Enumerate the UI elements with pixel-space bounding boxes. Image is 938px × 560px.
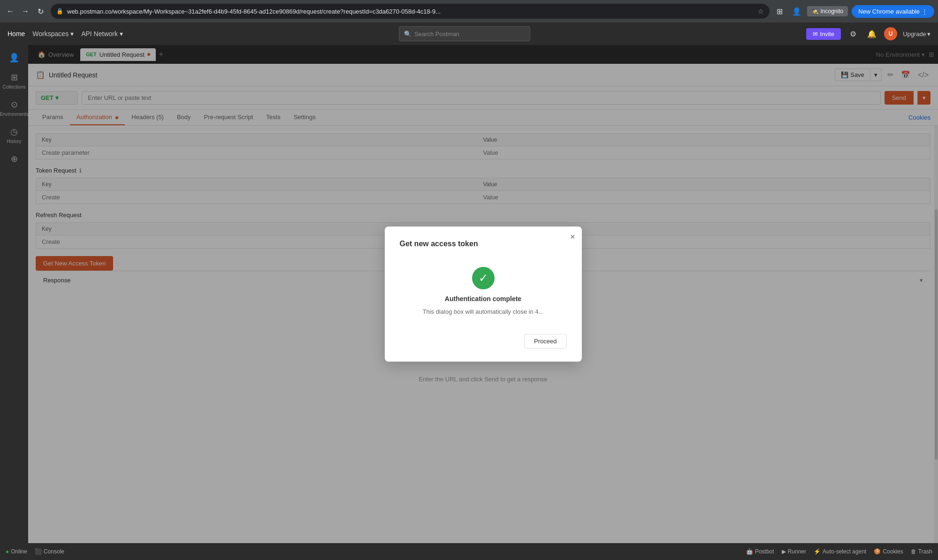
- modal-title: Get new access token: [400, 240, 567, 248]
- upgrade-button[interactable]: Upgrade ▾: [903, 30, 930, 38]
- proceed-button[interactable]: Proceed: [524, 334, 566, 348]
- settings-button[interactable]: ⚙: [846, 27, 860, 40]
- online-status[interactable]: ● Online: [6, 548, 27, 555]
- sidebar-item-more[interactable]: ⊕: [2, 150, 26, 168]
- search-icon: 🔍: [404, 30, 412, 38]
- person-icon: 👤: [9, 53, 19, 63]
- auto-select-button[interactable]: ⚡ Auto-select agent: [814, 548, 866, 555]
- browser-actions: ⊞ 👤 🕵 Incognito New Chrome available ⋮: [773, 5, 934, 18]
- back-button[interactable]: ←: [4, 5, 17, 18]
- main-area: 👤 ⊞ Collections ⊙ Environments ◷ History…: [0, 45, 938, 543]
- trash-icon: 🗑: [911, 548, 916, 555]
- incognito-icon: 🕵: [812, 8, 819, 15]
- sidebar-item-person[interactable]: 👤: [2, 49, 26, 67]
- url-text: web.postman.co/workspace/My-Workspace~31…: [67, 8, 754, 15]
- auto-select-icon: ⚡: [814, 548, 821, 555]
- lock-icon: 🔒: [56, 8, 63, 15]
- modal-dialog: × Get new access token ✓ Authentication …: [385, 227, 582, 362]
- new-chrome-button[interactable]: New Chrome available ⋮: [852, 5, 934, 18]
- star-icon[interactable]: ☆: [758, 8, 764, 15]
- bell-button[interactable]: 🔔: [865, 27, 878, 40]
- console-button[interactable]: ⬛ Console: [35, 548, 64, 555]
- bottom-right: 🤖 Postbot ▶ Runner ⚡ Auto-select agent 🍪…: [746, 548, 932, 555]
- sidebar-item-history[interactable]: ◷ History: [2, 123, 26, 148]
- postbot-button[interactable]: 🤖 Postbot: [746, 548, 774, 555]
- request-editor: 📋 Untitled Request 💾 Save ▾ ✏ 📅 </>: [28, 64, 938, 543]
- reload-button[interactable]: ↻: [34, 5, 47, 18]
- modal-actions: Proceed: [400, 334, 567, 348]
- address-bar[interactable]: 🔒 web.postman.co/workspace/My-Workspace~…: [51, 4, 770, 19]
- extension-icon[interactable]: ⊞: [773, 5, 786, 18]
- app: Home Workspaces ▾ API Network ▾ 🔍 Search…: [0, 23, 938, 560]
- forward-button[interactable]: →: [19, 5, 32, 18]
- incognito-badge: 🕵 Incognito: [807, 6, 848, 16]
- online-icon: ●: [6, 548, 9, 555]
- chevron-down-icon: ⋮: [922, 8, 928, 15]
- sidebar-item-collections[interactable]: ⊞ Collections: [2, 68, 26, 94]
- nav-right: ✉ Invite ⚙ 🔔 U Upgrade ▾: [806, 27, 930, 40]
- console-icon: ⬛: [35, 548, 42, 555]
- search-area: 🔍 Search Postman: [130, 26, 799, 41]
- avatar[interactable]: U: [884, 27, 897, 40]
- chevron-down-icon: ▾: [70, 30, 74, 38]
- success-icon: ✓: [472, 267, 495, 289]
- top-nav: Home Workspaces ▾ API Network ▾ 🔍 Search…: [0, 23, 938, 45]
- runner-icon: ▶: [782, 548, 786, 555]
- modal-overlay: × Get new access token ✓ Authentication …: [28, 64, 938, 543]
- more-icon: ⊕: [11, 154, 18, 164]
- runner-button[interactable]: ▶ Runner: [782, 548, 806, 555]
- modal-content: ✓ Authentication complete This dialog bo…: [400, 259, 567, 323]
- modal-success-message: This dialog box will automatically close…: [423, 308, 544, 315]
- search-bar[interactable]: 🔍 Search Postman: [399, 26, 530, 41]
- collections-icon: ⊞: [11, 72, 18, 83]
- invite-button[interactable]: ✉ Invite: [806, 28, 841, 40]
- browser-nav-buttons: ← → ↻: [4, 5, 47, 18]
- cookies-icon: 🍪: [874, 548, 881, 555]
- modal-close-button[interactable]: ×: [570, 232, 575, 242]
- cookies-button[interactable]: 🍪 Cookies: [874, 548, 903, 555]
- history-icon: ◷: [10, 127, 18, 137]
- trash-button[interactable]: 🗑 Trash: [911, 548, 932, 555]
- sidebar: 👤 ⊞ Collections ⊙ Environments ◷ History…: [0, 45, 28, 543]
- api-network-menu[interactable]: API Network ▾: [81, 30, 123, 38]
- workspaces-menu[interactable]: Workspaces ▾: [32, 30, 74, 38]
- environments-icon: ⊙: [11, 99, 18, 110]
- chevron-down-icon: ▾: [927, 30, 930, 38]
- postbot-icon: 🤖: [746, 548, 753, 555]
- content-area: 🏠 Overview GET Untitled Request + No Env…: [28, 45, 938, 543]
- invite-icon: ✉: [813, 30, 818, 38]
- browser-chrome: ← → ↻ 🔒 web.postman.co/workspace/My-Work…: [0, 0, 938, 23]
- modal-success-title: Authentication complete: [445, 295, 521, 303]
- home-link[interactable]: Home: [8, 30, 25, 38]
- bottom-bar: ● Online ⬛ Console 🤖 Postbot ▶ Runner ⚡ …: [0, 543, 938, 560]
- chevron-down-icon: ▾: [120, 30, 123, 38]
- sidebar-item-environments[interactable]: ⊙ Environments: [2, 96, 26, 121]
- profile-icon[interactable]: 👤: [790, 5, 803, 18]
